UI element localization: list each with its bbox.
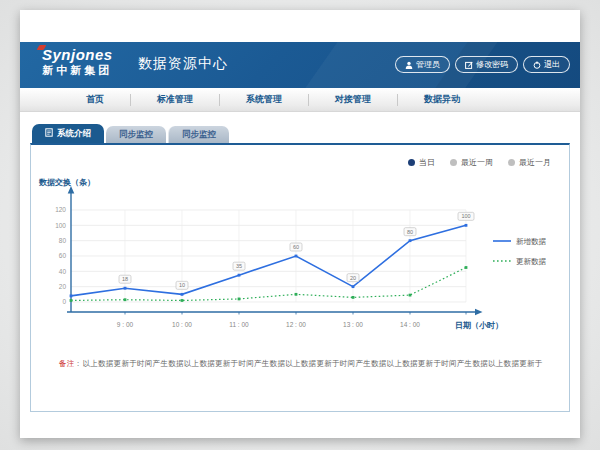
- data-point: [238, 274, 241, 277]
- data-point-label: 35: [236, 263, 242, 269]
- page-title: 数据资源中心: [138, 55, 228, 73]
- filter-label: 最近一周: [461, 157, 493, 168]
- filter-label: 最近一月: [519, 157, 551, 168]
- nav-item-standard-mgmt[interactable]: 标准管理: [131, 93, 219, 106]
- tab-system-intro[interactable]: 系统介绍: [32, 124, 104, 143]
- note-label: 备注: [59, 359, 75, 368]
- nav-item-home[interactable]: 首页: [60, 93, 130, 106]
- legend-label[interactable]: 更新数据: [516, 257, 547, 266]
- y-tick-label: 0: [62, 298, 66, 305]
- edit-icon: [465, 61, 473, 69]
- x-tick-label: 10 : 00: [172, 321, 192, 328]
- data-point: [295, 255, 298, 258]
- data-point: [238, 298, 241, 301]
- x-tick-label: 14 : 00: [400, 321, 420, 328]
- header-bar: Synjones 新中新集团 数据资源中心 管理员 修改密码: [20, 42, 580, 88]
- change-password-button[interactable]: 修改密码: [455, 56, 518, 73]
- filter-option-today[interactable]: 当日: [408, 157, 435, 168]
- data-point: [465, 224, 468, 227]
- radio-dot-icon: [450, 159, 457, 166]
- data-point: [181, 299, 184, 302]
- x-axis-title: 日期（小时）: [455, 321, 503, 330]
- data-point: [409, 239, 412, 242]
- data-point-label: 18: [122, 276, 128, 282]
- tab-label: 同步监控: [182, 129, 216, 141]
- line-chart: 0204060801001209 : 0010 : 0011 : 0012 : …: [31, 175, 569, 340]
- header-actions: 管理员 修改密码 退出: [395, 56, 570, 73]
- chart-area: 0204060801001209 : 0010 : 0011 : 0012 : …: [31, 175, 569, 340]
- logout-label: 退出: [544, 59, 560, 70]
- x-tick-label: 12 : 00: [286, 321, 306, 328]
- main-nav: 首页 标准管理 系统管理 对接管理 数据异动: [20, 88, 580, 112]
- filter-option-last-month[interactable]: 最近一月: [508, 157, 551, 168]
- legend-label[interactable]: 新增数据: [516, 237, 547, 246]
- nav-item-data-change[interactable]: 数据异动: [398, 93, 486, 106]
- data-point-label: 80: [407, 229, 413, 235]
- tab-bar: 系统介绍 同步监控 同步监控: [32, 124, 229, 143]
- user-icon: [405, 61, 413, 69]
- data-point: [181, 293, 184, 296]
- data-point: [124, 298, 127, 301]
- nav-item-system-mgmt[interactable]: 系统管理: [220, 93, 308, 106]
- data-point-label: 10: [179, 282, 185, 288]
- time-filter-group: 当日 最近一周 最近一月: [408, 157, 551, 168]
- y-tick-label: 40: [59, 268, 67, 275]
- power-icon: [533, 61, 541, 69]
- note-text: ：以上数据更新于时间产生数据以上数据更新于时间产生数据以上数据更新于时间产生数据…: [75, 359, 543, 368]
- y-tick-label: 60: [59, 252, 67, 259]
- y-tick-label: 20: [59, 283, 67, 290]
- filter-label: 当日: [419, 157, 435, 168]
- tab-label: 同步监控: [119, 129, 153, 141]
- tab-label: 系统介绍: [57, 128, 91, 140]
- x-tick-label: 13 : 00: [343, 321, 363, 328]
- logo-subtext: 新中新集团: [42, 64, 113, 76]
- logout-button[interactable]: 退出: [523, 56, 570, 73]
- y-axis-title: 数据交换（条）: [38, 178, 95, 187]
- footer-note: 备注：以上数据更新于时间产生数据以上数据更新于时间产生数据以上数据更新于时间产生…: [59, 359, 543, 369]
- tab-sync-monitor-2[interactable]: 同步监控: [168, 126, 229, 143]
- radio-dot-icon: [408, 159, 415, 166]
- tab-sync-monitor-1[interactable]: 同步监控: [106, 126, 166, 143]
- nav-item-interface-mgmt[interactable]: 对接管理: [309, 93, 397, 106]
- content-panel: 当日 最近一周 最近一月 0204060801001209 : 0010 : 0…: [30, 143, 570, 412]
- data-point-label: 20: [350, 275, 356, 281]
- y-tick-label: 80: [59, 237, 67, 244]
- y-axis-arrow-icon: [68, 186, 75, 194]
- data-point: [352, 285, 355, 288]
- y-tick-label: 120: [55, 206, 66, 213]
- admin-user-label: 管理员: [416, 59, 440, 70]
- data-point-label: 60: [293, 244, 299, 250]
- data-point: [124, 287, 127, 290]
- admin-user-button[interactable]: 管理员: [395, 56, 450, 73]
- document-icon: [45, 128, 53, 139]
- data-point: [295, 293, 298, 296]
- filter-option-last-week[interactable]: 最近一周: [450, 157, 493, 168]
- data-point: [465, 266, 468, 269]
- data-point-label: 100: [461, 213, 470, 219]
- x-axis-arrow-icon: [475, 309, 483, 316]
- change-password-label: 修改密码: [476, 59, 508, 70]
- series-line: [71, 268, 466, 301]
- data-point: [70, 294, 73, 297]
- x-tick-label: 9 : 00: [117, 321, 134, 328]
- app-window: Synjones 新中新集团 数据资源中心 管理员 修改密码: [20, 10, 580, 438]
- company-logo: Synjones 新中新集团: [42, 47, 113, 76]
- data-point: [352, 296, 355, 299]
- logo-text: Synjones: [42, 47, 113, 64]
- radio-dot-icon: [508, 159, 515, 166]
- y-tick-label: 100: [55, 222, 66, 229]
- desktop-background: Synjones 新中新集团 数据资源中心 管理员 修改密码: [0, 0, 600, 450]
- data-point: [409, 294, 412, 297]
- data-point: [70, 299, 73, 302]
- x-tick-label: 11 : 00: [229, 321, 249, 328]
